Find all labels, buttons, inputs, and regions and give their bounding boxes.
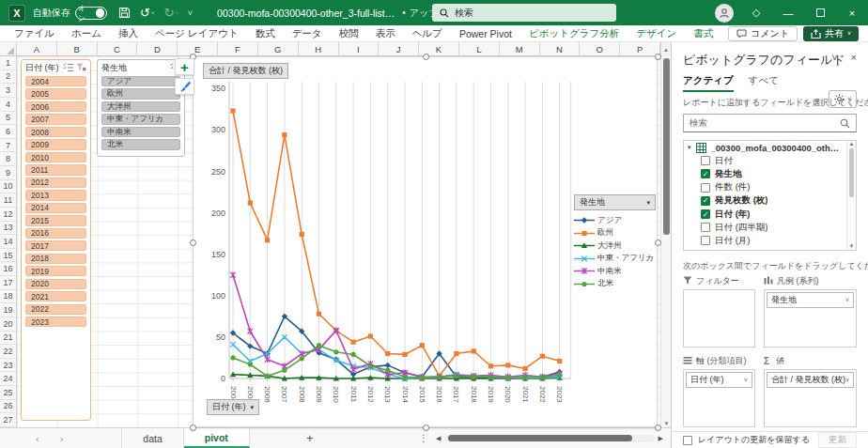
slicer-item-大洋州[interactable]: 大洋州 [101, 101, 180, 112]
area-pill-合計 / 発見枚数 (枚)[interactable]: 合計 / 発見枚数 (枚)˅ [767, 372, 854, 388]
ribbon-tab-ページ レイアウト[interactable]: ページ レイアウト [147, 25, 247, 41]
redo-icon[interactable]: ↻˅ [163, 6, 178, 20]
sheet-nav-left-icon[interactable]: ‹ [36, 433, 39, 444]
ribbon-tab-表示[interactable]: 表示 [367, 25, 404, 41]
ribbon-tab-数式[interactable]: 数式 [247, 25, 284, 41]
ribbon-tab-データ[interactable]: データ [284, 25, 331, 41]
field-row-発見枚数 (枚)[interactable]: ✓発見枚数 (枚) [684, 194, 856, 208]
field-row-件数 (件)[interactable]: 件数 (件) [684, 181, 856, 194]
multi-select-icon[interactable] [63, 63, 73, 72]
slicer-item-中南米[interactable]: 中南米 [101, 127, 180, 137]
column-header-G[interactable]: G [258, 42, 299, 56]
row-header-3[interactable]: 3 [0, 84, 16, 98]
row-header-17[interactable]: 17 [0, 276, 16, 290]
slicer-item-アジア[interactable]: アジア [101, 76, 180, 86]
row-header-18[interactable]: 18 [0, 290, 16, 304]
column-header-A[interactable]: A [17, 42, 57, 56]
row-header-7[interactable]: 7 [0, 139, 16, 153]
slicer-item-2007[interactable]: 2007 [25, 114, 86, 124]
axis-field-button[interactable]: 日付 (年)▾ [207, 399, 259, 415]
slicer-item-2017[interactable]: 2017 [25, 240, 86, 251]
slicer-item-2011[interactable]: 2011 [25, 164, 86, 175]
document-title[interactable]: 00300-mofa-00300400-other_3-full-list… [217, 8, 395, 19]
row-header-25[interactable]: 25 [0, 386, 16, 400]
chart-resize-handle[interactable] [655, 239, 661, 246]
area-box-値[interactable]: 合計 / 発見枚数 (枚)˅ [764, 369, 857, 427]
value-field-button[interactable]: 合計 / 発見枚数 (枚) [203, 63, 288, 79]
row-header-21[interactable]: 21 [0, 332, 16, 346]
area-pill-発生地[interactable]: 発生地˅ [767, 292, 854, 308]
slicer-item-2008[interactable]: 2008 [25, 127, 86, 137]
horizontal-scrollbar[interactable]: ◀ ▶ [428, 428, 671, 448]
ribbon-tab-校閲[interactable]: 校閲 [331, 25, 367, 41]
horizontal-scroll-thumb[interactable] [448, 435, 632, 441]
field-checkbox[interactable] [701, 156, 710, 165]
column-header-D[interactable]: D [137, 42, 178, 56]
more-options-icon[interactable]: ⋮ [419, 433, 428, 443]
row-header-6[interactable]: 6 [0, 125, 16, 139]
undo-icon[interactable]: ↺˅ [140, 6, 154, 20]
maximize-button[interactable] [804, 0, 836, 25]
save-icon[interactable] [118, 7, 131, 19]
chart-resize-handle[interactable] [655, 425, 661, 431]
chart-resize-handle[interactable] [423, 54, 429, 60]
autosave-toggle[interactable]: オン [75, 7, 107, 20]
row-header-5[interactable]: 5 [0, 112, 16, 126]
account-avatar[interactable] [708, 0, 740, 25]
field-list-scrollbar[interactable]: ▲▼ [846, 141, 856, 250]
area-pill-日付 (年)[interactable]: 日付 (年)˅ [686, 372, 752, 388]
field-checkbox[interactable] [701, 236, 710, 245]
row-header-26[interactable]: 26 [0, 400, 16, 414]
column-header-F[interactable]: F [218, 42, 258, 56]
slicer-item-2023[interactable]: 2023 [25, 317, 86, 327]
ribbon-tab-書式[interactable]: 書式 [685, 25, 721, 41]
ribbon-tab-ファイル[interactable]: ファイル [6, 25, 63, 41]
worksheet-grid[interactable]: 1234567891011121314151617181920212223242… [0, 56, 671, 427]
row-header-12[interactable]: 12 [0, 208, 16, 222]
row-header-20[interactable]: 20 [0, 317, 16, 332]
column-header-N[interactable]: N [540, 42, 581, 56]
slicer-item-欧州[interactable]: 欧州 [101, 88, 180, 99]
update-button[interactable]: 更新 [818, 432, 857, 448]
column-header-E[interactable]: E [178, 42, 218, 56]
ribbon-tab-Power Pivot[interactable]: Power Pivot [451, 25, 520, 41]
chart-resize-handle[interactable] [190, 425, 196, 431]
slicer-item-2014[interactable]: 2014 [25, 203, 86, 213]
clear-filter-icon[interactable] [76, 63, 86, 72]
chart-elements-plus-button[interactable]: + [175, 58, 194, 75]
field-row-発生地[interactable]: ✓発生地 [684, 167, 856, 180]
chart-style-brush-button[interactable] [175, 78, 194, 95]
hscroll-right-icon[interactable]: ▶ [659, 435, 663, 442]
row-header-22[interactable]: 22 [0, 345, 16, 359]
slicer-item-2009[interactable]: 2009 [25, 139, 86, 149]
field-row-日付[interactable]: 日付 [684, 154, 856, 167]
premium-diamond-icon[interactable]: ◇ [740, 0, 772, 25]
pane-options-chevron-icon[interactable]: ˅ [831, 52, 837, 63]
row-header-4[interactable]: 4 [0, 98, 16, 112]
field-checkbox[interactable] [701, 183, 710, 193]
scroll-up-icon[interactable]: ▲ [847, 141, 856, 147]
column-header-C[interactable]: C [98, 42, 138, 56]
pane-tab-アクティブ[interactable]: アクティブ [683, 74, 734, 92]
column-header-M[interactable]: M [500, 42, 540, 56]
share-button[interactable]: 共有 ˅ [803, 26, 859, 41]
select-all-corner[interactable] [0, 42, 17, 56]
ribbon-tab-ホーム[interactable]: ホーム [63, 25, 110, 41]
field-checkbox[interactable]: ✓ [701, 169, 710, 178]
slicer-item-2021[interactable]: 2021 [25, 291, 86, 301]
field-row-日付 (月)[interactable]: 日付 (月) [684, 234, 856, 247]
slicer-item-2018[interactable]: 2018 [25, 254, 86, 264]
scroll-down-icon[interactable]: ▼ [847, 243, 856, 249]
field-checkbox[interactable] [701, 223, 710, 232]
slicer-item-2004[interactable]: 2004 [25, 76, 86, 86]
slicer-item-2012[interactable]: 2012 [25, 178, 86, 188]
excel-app-icon[interactable]: X [8, 5, 25, 22]
sheet-tab-pivot[interactable]: pivot [184, 428, 250, 448]
chart-resize-handle[interactable] [190, 239, 196, 246]
row-header-23[interactable]: 23 [0, 359, 16, 373]
column-header-O[interactable]: O [580, 42, 620, 56]
minimize-button[interactable]: — [772, 0, 804, 25]
field-table-row[interactable]: ▾ _00300_mofa_00300400_other_3_full_… [684, 141, 856, 154]
area-box-フィルター[interactable] [683, 289, 755, 348]
vertical-scrollbar[interactable]: ▼ [660, 56, 671, 427]
